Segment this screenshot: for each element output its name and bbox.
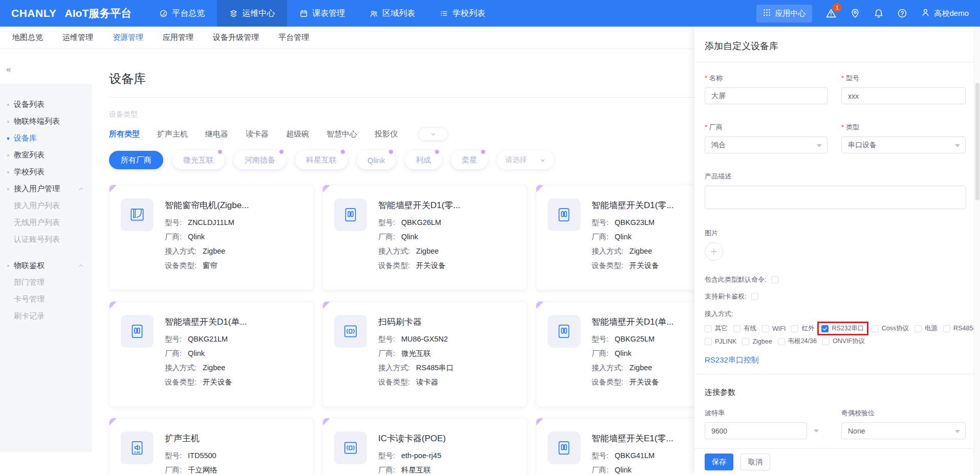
checkbox[interactable] [872, 325, 879, 332]
access-option[interactable]: 其它 [705, 324, 728, 333]
access-option[interactable]: WIFI [762, 325, 786, 332]
device-card[interactable]: 扩声主机型号:ITD5500厂商:千立网络 [109, 418, 314, 475]
vendor-pill[interactable]: 河南德备 [234, 151, 286, 169]
checkbox[interactable] [742, 338, 749, 345]
attribute-label: 接入方式: [378, 364, 410, 372]
checkbox[interactable] [751, 293, 758, 300]
vendor-pill[interactable]: 所有厂商 [109, 151, 163, 169]
sidebar-item[interactable]: 卡号管理 [0, 291, 92, 308]
sidebar-item[interactable]: 设备库 [0, 130, 92, 147]
more-types-button[interactable] [418, 127, 448, 141]
vendor-pill[interactable]: 利成 [405, 151, 442, 169]
sidebar-item[interactable]: 部门管理 [0, 274, 92, 291]
type-filter[interactable]: 所有类型 [109, 129, 140, 139]
access-option[interactable]: Coss协议 [872, 324, 909, 333]
top-nav-item[interactable]: 学校列表 [427, 0, 497, 27]
vendor-pill[interactable]: 微光互联 [172, 151, 225, 169]
checkbox[interactable] [778, 338, 785, 345]
sidebar-item[interactable]: 接入用户列表 [0, 197, 92, 214]
subnav-item[interactable]: 平台管理 [278, 33, 309, 42]
type-filter[interactable]: 投影仪 [375, 129, 398, 139]
app-center-button[interactable]: 应用中心 [756, 5, 812, 22]
device-card[interactable]: 智能窗帘电机(Zigbe...型号:ZNCLDJ11LM厂商:Qlink接入方式… [109, 185, 314, 290]
access-option[interactable]: 红外 [791, 324, 814, 333]
switch-icon [548, 432, 580, 464]
checkbox[interactable] [733, 325, 741, 332]
bullet-icon [7, 188, 9, 190]
device-card[interactable]: 智能墙壁开关D1(零...型号:QBKG26LM厂商:Qlink接入方式:Zig… [322, 185, 527, 290]
subnav-item[interactable]: 地图总览 [12, 33, 43, 42]
sidebar-item[interactable]: 教室列表 [0, 147, 92, 164]
access-option[interactable]: 有线 [733, 324, 756, 333]
access-option[interactable]: RS232串口 [817, 322, 868, 335]
checkbox[interactable] [791, 325, 798, 332]
sidebar-item[interactable]: 学校列表 [0, 164, 92, 180]
type-filter[interactable]: 超级碗 [286, 129, 309, 139]
device-title: 扩声主机 [165, 433, 217, 444]
access-option[interactable]: 韦根24/36 [778, 337, 817, 346]
scrollbar[interactable] [974, 27, 980, 475]
subnav-item[interactable]: 资源管理 [113, 33, 143, 42]
checkbox[interactable] [914, 325, 922, 332]
device-card[interactable]: IC卡读卡器(POE)型号:eth-poe-rj45厂商:科星互联 [322, 418, 527, 475]
cancel-button[interactable]: 取消 [741, 454, 770, 470]
access-option[interactable]: ONVIF协议 [822, 337, 865, 346]
scrollbar-thumb[interactable] [975, 83, 979, 200]
parity-select[interactable]: None [841, 422, 966, 439]
checkbox[interactable] [771, 276, 778, 283]
sidebar-item[interactable]: 物联鉴权 [0, 257, 92, 274]
save-button[interactable]: 保存 [705, 454, 733, 470]
vendor-pill[interactable]: 奕星 [451, 151, 488, 169]
type-select[interactable]: 串口设备 [841, 137, 966, 153]
top-nav-item[interactable]: 运维中心 [217, 0, 287, 27]
sidebar-item[interactable]: 设备列表 [0, 96, 92, 113]
access-option[interactable]: PJLINK [705, 338, 736, 345]
type-filter[interactable]: 继电器 [205, 129, 228, 139]
sidebar-item[interactable]: 刷卡记录 [0, 308, 92, 325]
device-card[interactable]: 扫码刷卡器型号:MU86-GX5N2厂商:微光互联接入方式:RS485串口设备类… [322, 301, 527, 407]
vendor-select-dropdown[interactable]: 请选择 [497, 151, 554, 169]
device-title: 智能墙壁开关D1(单... [165, 316, 247, 328]
user-icon [921, 8, 930, 19]
checkbox[interactable] [705, 338, 712, 345]
checkbox[interactable] [705, 325, 712, 332]
vendor-pill[interactable]: 科星互联 [295, 151, 347, 169]
top-nav-item[interactable]: 课表管理 [287, 0, 357, 27]
location-icon[interactable] [850, 8, 860, 18]
add-image-button[interactable] [705, 242, 723, 261]
model-input[interactable] [841, 87, 966, 104]
subnav-item[interactable]: 运维管理 [62, 33, 93, 42]
subnav-item[interactable]: 应用管理 [163, 33, 193, 42]
sidebar-item[interactable]: 认证账号列表 [0, 231, 92, 248]
sidebar-item[interactable]: 无线用户列表 [0, 214, 92, 231]
help-icon[interactable] [897, 8, 907, 18]
device-card[interactable]: 智能墙壁开关D1(单...型号:QBKG21LM厂商:Qlink接入方式:Zig… [109, 301, 314, 407]
description-textarea[interactable] [705, 186, 966, 209]
type-filter[interactable]: 扩声主机 [157, 129, 188, 139]
checkbox[interactable] [943, 325, 950, 332]
type-filter[interactable]: 智慧中心 [326, 129, 357, 139]
sidebar-item[interactable]: 接入用户管理 [0, 180, 92, 197]
user-menu[interactable]: 高校demo [921, 8, 969, 19]
sidebar-collapse-icon[interactable]: « [6, 64, 11, 75]
vendor-pill[interactable]: Qlink [357, 151, 396, 169]
top-nav-item[interactable]: 区域列表 [357, 0, 427, 27]
sidebar-item[interactable]: 物联终端列表 [0, 113, 92, 130]
checkbox-checked[interactable] [821, 325, 829, 332]
logo[interactable]: CHANLY [11, 7, 57, 19]
rs232-control-link[interactable]: RS232串口控制 [705, 355, 759, 365]
access-option[interactable]: 电源 [914, 324, 938, 333]
baud-rate-input[interactable] [705, 422, 807, 439]
type-filter[interactable]: 读卡器 [246, 129, 269, 139]
checkbox[interactable] [762, 325, 769, 332]
access-option[interactable]: Zigbee [742, 338, 772, 345]
checkbox[interactable] [822, 338, 830, 345]
top-nav-item[interactable]: 平台总览 [147, 0, 217, 27]
name-input[interactable] [705, 87, 827, 104]
bell-icon[interactable] [874, 8, 884, 18]
alert-icon[interactable]: 1 [825, 8, 837, 19]
chevron-down-icon[interactable] [814, 429, 819, 433]
subnav-item[interactable]: 设备升级管理 [213, 33, 259, 42]
vendor-select[interactable]: 鸿合 [705, 137, 827, 153]
attribute-label: 型号: [378, 218, 395, 227]
